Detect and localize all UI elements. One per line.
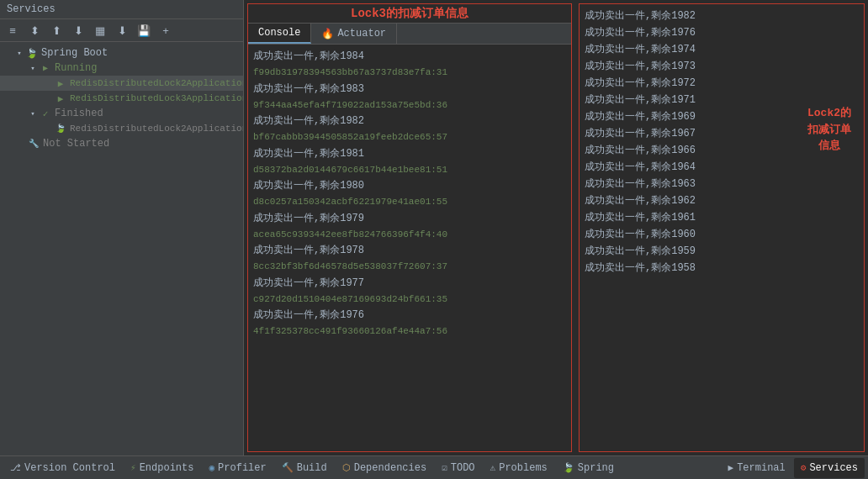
toolbar-btn-grid[interactable]: ▦ [91, 21, 109, 39]
lock2-line-14: 成功卖出一件,剩余1959 [585, 243, 859, 260]
lock3-line-9: d8c0257a150342acbf6221979e41ae01:55 [253, 194, 566, 210]
toolbar-btn-collapse[interactable]: ⬍ [25, 21, 44, 39]
lock3-line-7: d58372ba2d0144679c6617b44e1bee81:51 [253, 162, 566, 178]
left-panel-lock3: Lock3的扣减订单信息 Console 🔥 Actuator 成功卖出一件,剩… [247, 3, 572, 452]
sidebar-item-finished[interactable]: ▾ ✓ Finished [0, 106, 243, 121]
arrow-running: ▾ [27, 62, 39, 74]
toolbar-btn-up[interactable]: ⬆ [47, 21, 66, 39]
bottom-tab-dependencies[interactable]: ⬡ Dependencies [336, 458, 433, 478]
running-label: Running [55, 62, 97, 74]
lock2-console[interactable]: 成功卖出一件,剩余1982成功卖出一件,剩余1976成功卖出一件,剩余1974成… [580, 4, 864, 451]
sidebar-item-lock2app[interactable]: ▶ RedisDistributedLock2Application [0, 76, 243, 91]
lock2-title: Lock2的扣减订单信息 [800, 105, 859, 155]
sidebar-item-running[interactable]: ▾ ▶ Running [0, 61, 243, 76]
notstarted-icon: 🔧 [27, 137, 40, 150]
lock2-line-4: 成功卖出一件,剩余1972 [585, 75, 859, 92]
sidebar-tree: ▾ 🍃 Spring Boot ▾ ▶ Running ▶ RedisDistr… [0, 42, 243, 455]
lock2-running-icon: ▶ [54, 76, 67, 90]
version-control-label: Version Control [24, 462, 115, 474]
lock3-line-15: c927d20d1510404e87169693d24bf661:35 [253, 292, 566, 308]
lock3-running-icon: ▶ [54, 92, 67, 105]
lock3-line-12: 成功卖出一件,剩余1978 [253, 242, 566, 259]
bottom-tab-todo[interactable]: ☑ TODO [435, 458, 481, 478]
lock3-line-6: 成功卖出一件,剩余1981 [253, 145, 566, 162]
actuator-tab-label: Actuator [337, 28, 386, 39]
notstarted-label: Not Started [43, 138, 109, 150]
actuator-icon: 🔥 [321, 28, 334, 40]
todo-icon: ☑ [442, 462, 447, 473]
bottom-tab-problems[interactable]: ⚠ Problems [484, 458, 554, 478]
lock2-line-9: 成功卖出一件,剩余1964 [585, 159, 859, 176]
dependencies-icon: ⬡ [342, 462, 351, 473]
sidebar-item-notstarted[interactable]: 🔧 Not Started [0, 136, 243, 151]
main-content: Lock3的扣减订单信息 Console 🔥 Actuator 成功卖出一件,剩… [244, 0, 868, 455]
finished-label: Finished [55, 108, 103, 119]
toolbar-btn-filter[interactable]: ⬇ [113, 21, 131, 39]
lock2-line-3: 成功卖出一件,剩余1973 [585, 58, 859, 75]
lock3-line-4: 成功卖出一件,剩余1982 [253, 113, 566, 129]
toolbar-btn-add[interactable]: + [156, 21, 175, 39]
lock3-title-bar: Lock3的扣减订单信息 [248, 4, 571, 24]
problems-label: Problems [499, 462, 548, 474]
lock2-line-0: 成功卖出一件,剩余1982 [585, 8, 859, 24]
lock2-line-12: 成功卖出一件,剩余1961 [585, 209, 859, 226]
problems-icon: ⚠ [490, 462, 496, 473]
bottom-tab-profiler[interactable]: ◉ Profiler [202, 458, 273, 478]
sidebar-item-lock3app[interactable]: ▶ RedisDistributedLock3Application [0, 91, 243, 106]
springboot-label: Spring Boot [41, 47, 108, 59]
todo-label: TODO [451, 462, 475, 474]
profiler-icon: ◉ [209, 462, 214, 473]
sidebar-item-springboot[interactable]: ▾ 🍃 Spring Boot [0, 45, 243, 61]
bottom-tab-build[interactable]: 🔨 Build [275, 458, 334, 478]
terminal-label: Terminal [737, 462, 786, 474]
content-panels: Lock3的扣减订单信息 Console 🔥 Actuator 成功卖出一件,剩… [244, 0, 868, 455]
right-panel-lock2: 成功卖出一件,剩余1982成功卖出一件,剩余1976成功卖出一件,剩余1974成… [579, 3, 865, 452]
services-icon: ⚙ [801, 462, 807, 473]
arrow-finished: ▾ [27, 108, 39, 119]
toolbar-btn-down[interactable]: ⬇ [69, 21, 87, 39]
lock2-finished-icon: 🍃 [54, 122, 67, 135]
bottom-tab-endpoints[interactable]: ⚡ Endpoints [124, 458, 200, 478]
bottom-tab-services[interactable]: ⚙ Services [794, 458, 865, 478]
lock2-running-label: RedisDistributedLock2Application [70, 78, 243, 88]
version-control-icon: ⎇ [10, 462, 21, 473]
services-label: Services [809, 462, 858, 474]
bottom-tab-version-control[interactable]: ⎇ Version Control [3, 458, 122, 478]
sidebar-header: Services [0, 0, 243, 19]
lock3-console[interactable]: 成功卖出一件,剩余1984f99db31978394563bb67a3737d8… [248, 45, 571, 451]
tab-actuator[interactable]: 🔥 Actuator [311, 24, 397, 44]
lock3-line-8: 成功卖出一件,剩余1980 [253, 177, 566, 194]
spring-label: Spring [578, 462, 614, 474]
tab-console[interactable]: Console [248, 24, 311, 44]
console-tab-label: Console [258, 27, 300, 39]
lock3-title: Lock3的扣减订单信息 [255, 6, 564, 21]
lock3-line-10: 成功卖出一件,剩余1979 [253, 210, 566, 227]
finished-icon: ✓ [39, 107, 52, 120]
lock2-line-13: 成功卖出一件,剩余1960 [585, 226, 859, 243]
lock2-finished-label: RedisDistributedLock2Application [70, 124, 243, 134]
sidebar-item-lock2finished[interactable]: 🍃 RedisDistributedLock2Application [0, 121, 243, 136]
lock3-running-label: RedisDistributedLock3Application [70, 93, 243, 103]
lock3-line-17: 4f1f325378cc491f93660126af4e44a7:56 [253, 324, 566, 340]
toolbar-btn-menu[interactable]: ≡ [3, 21, 22, 39]
toolbar-btn-save[interactable]: 💾 [135, 21, 153, 39]
lock3-line-11: acea65c9393442ee8fb824766396f4f4:40 [253, 227, 566, 243]
lock3-line-13: 8cc32bf3bf6d46578d5e538037f72607:37 [253, 259, 566, 275]
lock3-line-2: 成功卖出一件,剩余1983 [253, 81, 566, 97]
lock2-line-11: 成功卖出一件,剩余1962 [585, 192, 859, 209]
lock2-line-15: 成功卖出一件,剩余1958 [585, 260, 859, 276]
sidebar-title: Services [7, 3, 236, 15]
arrow-springboot: ▾ [13, 47, 25, 59]
profiler-label: Profiler [218, 462, 267, 474]
lock3-line-14: 成功卖出一件,剩余1977 [253, 275, 566, 292]
lock3-tabs: Console 🔥 Actuator [248, 24, 571, 45]
bottom-tab-spring[interactable]: 🍃 Spring [556, 458, 621, 478]
bottom-tab-terminal[interactable]: ▶ Terminal [722, 458, 792, 478]
endpoints-label: Endpoints [140, 462, 194, 474]
running-icon: ▶ [39, 61, 52, 75]
spring-icon: 🍃 [25, 46, 39, 60]
dependencies-label: Dependencies [354, 462, 426, 474]
build-icon: 🔨 [282, 462, 294, 473]
lock3-line-1: f99db31978394563bb67a3737d83e7fa:31 [253, 65, 566, 81]
spring-bottom-icon: 🍃 [563, 462, 574, 473]
